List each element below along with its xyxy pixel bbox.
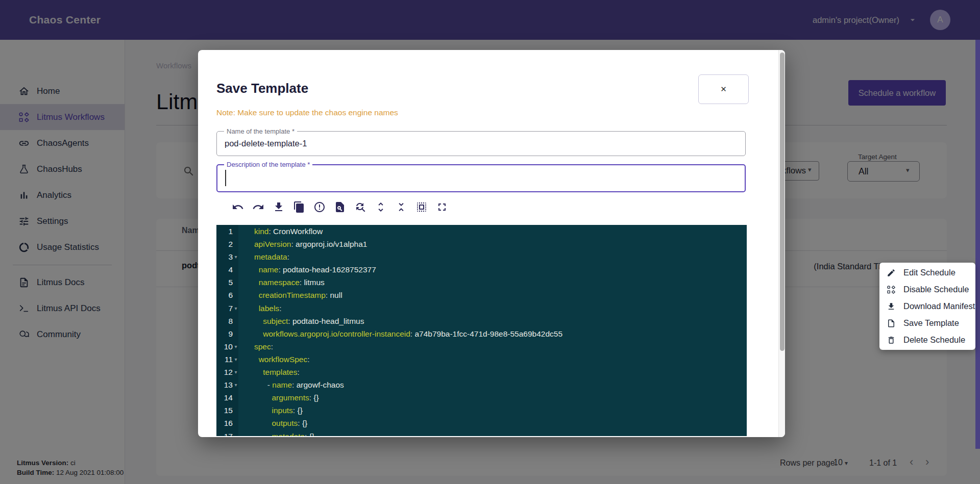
close-button[interactable]: ✕ [698,74,749,104]
code-line: 6 creationTimestamp: null [216,289,747,301]
editor-toolbar [232,201,448,214]
modal-scrollbar-thumb[interactable] [780,53,785,351]
code-line: 2apiVersion: argoproj.io/v1alpha1 [216,238,747,250]
code-line: 11▾ workflowSpec: [216,353,747,366]
unfold-less-button[interactable] [395,201,407,214]
code-line: 3▾metadata: [216,250,747,263]
code-line: 5 namespace: litmus [216,276,747,289]
workflows-icon [887,285,896,294]
redo-button[interactable] [252,201,264,214]
text-cursor [225,170,226,186]
code-line: 17 metadata: {} [216,430,747,437]
fullscreen-icon [436,201,448,213]
copy-button[interactable] [293,201,305,214]
code-line: 16 outputs: {} [216,417,747,429]
save-template-modal: Save Template ✕ Note: Make sure to updat… [198,50,785,437]
code-line: 7▾ labels: [216,302,747,315]
yaml-editor[interactable]: 1kind: CronWorkflow2apiVersion: argoproj… [216,225,747,436]
trash-icon [887,336,896,345]
code-line: 15 inputs: {} [216,404,747,417]
code-line: 4 name: podtato-head-1628752377 [216,263,747,276]
download-button[interactable] [273,201,285,214]
find-replace-icon [354,201,366,213]
file-icon [887,319,896,328]
modal-title: Save Template [216,81,308,96]
template-name-field: Name of the template * [216,131,746,156]
fullscreen-button[interactable] [436,201,448,214]
template-description-field: Description of the template * [216,164,746,192]
find-replace-button[interactable] [354,201,366,214]
page-scrollbar[interactable] [975,40,980,449]
code-line: 14 arguments: {} [216,391,747,404]
menu-item-delete-schedule[interactable]: Delete Schedule [879,332,975,348]
error-outline-button[interactable] [313,201,326,214]
pencil-icon [887,268,896,277]
page: Chaos Center admin's project(Owner) A Ho… [0,0,980,484]
download-icon [273,201,285,213]
template-name-label: Name of the template * [224,128,297,135]
undo-icon [232,201,244,213]
code-line: 1kind: CronWorkflow [216,225,747,238]
select-all-button[interactable] [415,201,428,214]
download-icon [887,302,896,311]
menu-item-disable-schedule[interactable]: Disable Schedule [879,281,975,298]
template-description-input[interactable] [216,164,746,192]
code-line: 9 workflows.argoproj.io/controller-insta… [216,327,747,340]
find-in-page-button[interactable] [334,201,346,214]
modal-scrollbar[interactable] [778,50,785,437]
menu-item-save-template[interactable]: Save Template [879,315,975,332]
copy-icon [293,201,305,213]
note-text: Note: Make sure to update the chaos engi… [216,108,398,117]
template-description-label: Description of the template * [224,161,312,168]
find-in-page-icon [334,201,346,213]
code-line: 13▾ - name: argowf-chaos [216,378,747,391]
redo-icon [252,201,264,213]
error-outline-icon [313,201,326,213]
code-line: 10▾spec: [216,340,747,353]
undo-button[interactable] [232,201,244,214]
unfold-more-button[interactable] [375,201,387,214]
select-all-icon [415,201,428,213]
code-line: 12▾ templates: [216,366,747,378]
code-line: 8 subject: podtato-head_litmus [216,315,747,327]
menu-item-download-manifest[interactable]: Download Manifest [879,298,975,315]
unfold-less-icon [395,201,407,213]
unfold-more-icon [375,201,387,213]
context-menu: Edit ScheduleDisable ScheduleDownload Ma… [879,263,975,350]
menu-item-edit-schedule[interactable]: Edit Schedule [879,264,975,281]
